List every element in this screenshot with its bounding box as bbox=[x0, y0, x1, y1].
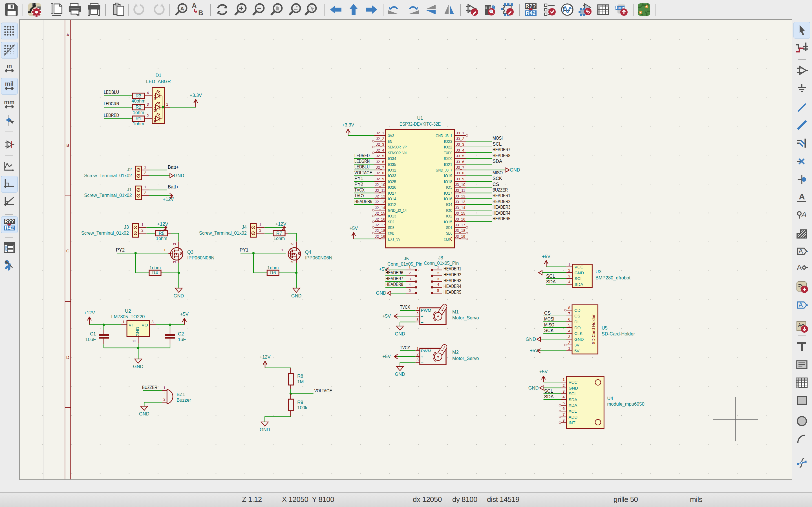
svg-text:J3_13: J3_13 bbox=[455, 200, 465, 204]
svg-text:1M: 1M bbox=[297, 379, 304, 384]
svg-text:J3: J3 bbox=[124, 224, 129, 230]
svg-text:GND: GND bbox=[395, 331, 405, 336]
svg-text:MISO: MISO bbox=[544, 322, 554, 327]
svg-text:1: 1 bbox=[568, 263, 570, 267]
svg-text:CD: CD bbox=[574, 308, 580, 313]
svg-text:U3: U3 bbox=[596, 269, 601, 274]
svg-text:Q3: Q3 bbox=[187, 249, 193, 255]
svg-text:HEADER7: HEADER7 bbox=[493, 147, 510, 152]
svg-text:1: 1 bbox=[141, 223, 144, 227]
svg-text:R1: R1 bbox=[136, 116, 142, 121]
svg-text:EXT_5V: EXT_5V bbox=[388, 237, 400, 241]
svg-text:SDA: SDA bbox=[574, 282, 583, 287]
svg-text:IO4: IO4 bbox=[446, 202, 452, 207]
svg-text:J2_5: J2_5 bbox=[376, 154, 384, 158]
svg-text:TVCY: TVCY bbox=[400, 345, 410, 350]
svg-text:J3_5: J3_5 bbox=[456, 154, 464, 158]
svg-text:J3_9: J3_9 bbox=[456, 177, 464, 181]
svg-text:R5: R5 bbox=[159, 231, 165, 236]
svg-text:Buzzer: Buzzer bbox=[176, 397, 191, 402]
svg-text:J2_16: J2_16 bbox=[375, 217, 386, 221]
svg-text:4: 4 bbox=[147, 91, 149, 95]
svg-text:VO: VO bbox=[142, 323, 148, 327]
svg-text:1: 1 bbox=[163, 386, 165, 390]
svg-text:XCL: XCL bbox=[569, 409, 577, 413]
svg-text:Screw_Terminal_01x02: Screw_Terminal_01x02 bbox=[199, 230, 247, 236]
svg-text:1ohm: 1ohm bbox=[133, 110, 144, 115]
svg-text:4: 4 bbox=[409, 283, 411, 287]
svg-text:5: 5 bbox=[409, 288, 411, 293]
svg-text:J2_14: J2_14 bbox=[375, 206, 386, 210]
svg-text:+12V: +12V bbox=[163, 196, 174, 202]
svg-text:2: 2 bbox=[132, 340, 136, 342]
svg-text:J3_19: J3_19 bbox=[455, 234, 465, 238]
svg-text:M2: M2 bbox=[452, 349, 459, 355]
svg-text:+5V: +5V bbox=[539, 369, 548, 374]
svg-text:4: 4 bbox=[562, 395, 565, 399]
svg-text:2: 2 bbox=[144, 171, 146, 175]
svg-text:J3_1: J3_1 bbox=[456, 131, 464, 135]
svg-text:MOSI: MOSI bbox=[493, 135, 503, 140]
svg-text:SCL: SCL bbox=[544, 388, 553, 393]
svg-text:SCK: SCK bbox=[544, 328, 554, 333]
svg-text:3: 3 bbox=[562, 389, 565, 393]
svg-text:SD1: SD1 bbox=[446, 225, 452, 230]
svg-text:GND: GND bbox=[174, 173, 185, 178]
svg-text:MOSI: MOSI bbox=[544, 316, 554, 321]
svg-text:Batt+: Batt+ bbox=[168, 184, 179, 189]
svg-text:CLK: CLK bbox=[574, 331, 582, 336]
svg-text:Conn_01x05_Pin: Conn_01x05_Pin bbox=[388, 262, 422, 267]
svg-text:GND: GND bbox=[525, 337, 536, 342]
svg-text:SD2: SD2 bbox=[388, 219, 394, 224]
svg-text:J3_7: J3_7 bbox=[456, 165, 464, 170]
svg-text:GND: GND bbox=[528, 385, 539, 390]
svg-text:DI: DI bbox=[574, 320, 578, 324]
svg-text:MISO: MISO bbox=[493, 170, 503, 175]
svg-text:J1: J1 bbox=[127, 187, 132, 192]
svg-text:SD3: SD3 bbox=[388, 225, 394, 230]
svg-text:5V: 5V bbox=[574, 348, 579, 353]
svg-text:J3_17: J3_17 bbox=[455, 223, 465, 227]
svg-text:A: A bbox=[66, 33, 69, 37]
svg-text:GND: GND bbox=[174, 293, 184, 298]
svg-text:Screw_Terminal_01x02: Screw_Terminal_01x02 bbox=[81, 230, 129, 236]
svg-text:CS: CS bbox=[493, 182, 499, 187]
svg-text:PWM: PWM bbox=[421, 348, 432, 353]
svg-text:SCL: SCL bbox=[546, 274, 555, 279]
svg-text:R9: R9 bbox=[297, 400, 303, 405]
svg-text:LEDBLU: LEDBLU bbox=[104, 90, 119, 95]
svg-text:6: 6 bbox=[562, 406, 565, 411]
svg-text:IO35: IO35 bbox=[388, 162, 396, 167]
svg-text:J2_11: J2_11 bbox=[375, 188, 385, 193]
svg-text:HEADER6: HEADER6 bbox=[354, 199, 372, 204]
svg-text:Motor_Servo: Motor_Servo bbox=[452, 315, 479, 321]
svg-text:IO22: IO22 bbox=[444, 145, 452, 149]
svg-text:IO27: IO27 bbox=[388, 191, 396, 195]
svg-text:BZ1: BZ1 bbox=[176, 392, 185, 397]
svg-text:IO19: IO19 bbox=[444, 173, 452, 178]
svg-text:1: 1 bbox=[163, 248, 166, 252]
svg-text:LEDGRN: LEDGRN bbox=[354, 159, 370, 164]
svg-text:C: C bbox=[66, 248, 69, 253]
svg-text:SDA: SDA bbox=[569, 397, 577, 402]
svg-text:HEADER5: HEADER5 bbox=[444, 290, 461, 295]
svg-text:HEADER2: HEADER2 bbox=[493, 199, 510, 204]
svg-text:IO32: IO32 bbox=[388, 168, 396, 172]
svg-text:+: + bbox=[164, 391, 166, 395]
svg-text:VCC: VCC bbox=[574, 265, 583, 269]
svg-text:LEDGRN: LEDGRN bbox=[104, 101, 119, 106]
svg-text:U5: U5 bbox=[602, 325, 608, 330]
svg-text:2: 2 bbox=[172, 243, 176, 245]
svg-text:CS: CS bbox=[574, 314, 580, 318]
svg-text:GND: GND bbox=[291, 293, 302, 298]
svg-text:J2_15: J2_15 bbox=[375, 211, 386, 216]
svg-text:J3_2: J3_2 bbox=[456, 136, 464, 141]
svg-text:2: 2 bbox=[437, 271, 439, 275]
svg-text:GND: GND bbox=[133, 364, 144, 369]
svg-text:VI: VI bbox=[129, 323, 133, 327]
svg-text:IO34: IO34 bbox=[388, 156, 396, 161]
svg-text:R4: R4 bbox=[152, 270, 158, 275]
svg-text:IO16: IO16 bbox=[444, 196, 452, 201]
svg-text:TVCX: TVCX bbox=[400, 304, 410, 309]
svg-text:HEADER3: HEADER3 bbox=[444, 278, 461, 283]
